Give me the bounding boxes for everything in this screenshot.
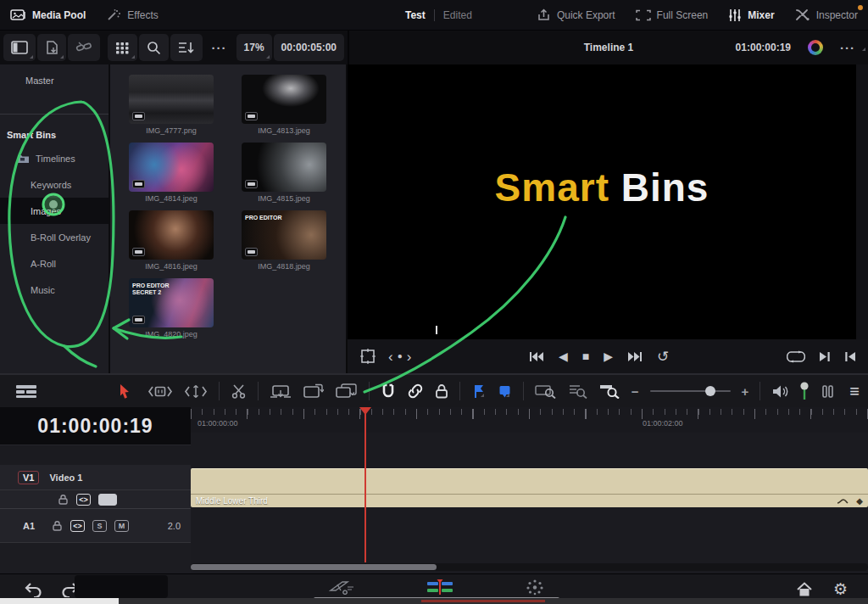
skip-start-button[interactable]: [529, 351, 544, 362]
track-lock-icon[interactable]: [52, 520, 63, 531]
trim-edit-tool-icon[interactable]: [147, 384, 173, 399]
clip-thumbnail[interactable]: [242, 143, 326, 192]
insert-clip-icon[interactable]: [270, 383, 292, 400]
sidebar-item-timelines[interactable]: Timelines: [0, 145, 108, 171]
timeline-view-options-icon[interactable]: [15, 384, 37, 399]
import-media-button[interactable]: [37, 34, 66, 61]
position-lock-icon[interactable]: [435, 383, 448, 399]
sidebar-item-master[interactable]: Master: [0, 70, 108, 92]
media-clip[interactable]: IMG_4816.jpeg: [129, 210, 214, 271]
zoom-slider-knob[interactable]: [705, 386, 715, 396]
timeline-options-menu-icon[interactable]: ≡: [849, 383, 860, 400]
link-clips-icon[interactable]: [407, 383, 424, 399]
timeline-clip[interactable]: Middle Lower Third ◆: [191, 468, 868, 507]
audio-level-pin-icon[interactable]: [799, 382, 810, 400]
auto-select-toggle[interactable]: <>: [76, 494, 91, 506]
sidebar-item-music[interactable]: Music: [0, 277, 108, 303]
tab-cut-page[interactable]: [329, 579, 354, 595]
full-screen-button[interactable]: Full Screen: [626, 9, 719, 21]
clip-thumbnail[interactable]: Pro Editor: [242, 210, 326, 260]
loop-range-icon[interactable]: [787, 350, 805, 363]
media-clip[interactable]: Pro Editor Secret 2 IMG_4820.jpeg: [129, 278, 214, 338]
timeline-scrollbar-track[interactable]: [191, 563, 868, 571]
sidebar-item-aroll[interactable]: A-Roll: [0, 250, 108, 277]
timeline-playhead[interactable]: [364, 409, 366, 562]
jog-control[interactable]: ‹ ● ›: [388, 350, 411, 364]
thumbnail-view-button[interactable]: [108, 34, 137, 61]
clip-thumbnail[interactable]: Pro Editor Secret 2: [129, 278, 214, 327]
tab-color-page[interactable]: [526, 579, 544, 596]
dual-mono-icon[interactable]: [821, 384, 835, 399]
media-clip[interactable]: IMG_4777.png: [129, 75, 214, 135]
media-clip[interactable]: IMG_4814.jpeg: [129, 143, 214, 203]
panel-layout-button[interactable]: [3, 34, 36, 61]
effects-button[interactable]: Effects: [96, 0, 168, 30]
audio-monitor-icon[interactable]: [771, 384, 788, 399]
sidebar-item-keywords[interactable]: Keywords: [0, 171, 108, 198]
solo-toggle[interactable]: S: [92, 520, 107, 532]
keyframe-indicator-icon[interactable]: ◆: [856, 496, 863, 506]
media-clip[interactable]: Pro Editor IMG_4818.jpeg: [242, 210, 326, 271]
settings-gear-button[interactable]: ⚙: [833, 581, 848, 597]
replace-clip-icon[interactable]: [335, 383, 358, 400]
home-button[interactable]: [796, 582, 813, 597]
color-grade-button[interactable]: [800, 34, 831, 61]
track-lock-icon[interactable]: [58, 494, 69, 505]
media-pool-button[interactable]: Media Pool: [0, 0, 96, 30]
transform-icon[interactable]: [359, 349, 376, 364]
media-clip[interactable]: IMG_4813.jpeg: [242, 75, 326, 135]
undo-button[interactable]: [24, 582, 42, 597]
video-track-header[interactable]: V1 Video 1: [0, 465, 191, 490]
auto-select-toggle[interactable]: <>: [70, 520, 85, 532]
quick-export-button[interactable]: Quick Export: [526, 8, 626, 22]
tab-edit-page[interactable]: [426, 579, 454, 595]
viewer-scrub-tick[interactable]: [436, 326, 437, 334]
mixer-button[interactable]: Mixer: [718, 8, 784, 22]
play-button[interactable]: ▶: [604, 350, 613, 362]
zoom-level-button[interactable]: 17%: [236, 34, 272, 61]
clip-thumbnail[interactable]: [129, 210, 214, 260]
timeline-zoom-slider[interactable]: [650, 390, 731, 392]
timeline-viewer[interactable]: Smart Bins: [348, 64, 868, 339]
sidebar-item-broll-overlay[interactable]: B-Roll Overlay: [0, 224, 108, 250]
inspector-icon: [795, 8, 810, 21]
sort-button[interactable]: [170, 34, 203, 61]
zoom-out-button[interactable]: −: [632, 384, 639, 399]
zoom-detail-icon[interactable]: [568, 383, 588, 399]
video-track-badge[interactable]: V1: [18, 471, 39, 484]
dynamic-trim-tool-icon[interactable]: [184, 384, 208, 399]
goto-out-button[interactable]: [819, 351, 831, 362]
audio-track-badge[interactable]: A1: [23, 521, 40, 531]
sidebar-item-images[interactable]: Images: [0, 198, 108, 224]
relink-media-button[interactable]: [68, 34, 100, 61]
timeline-ruler[interactable]: 01:00:00:00 01:00:02:00: [191, 407, 868, 433]
goto-in-button[interactable]: [844, 351, 856, 362]
project-name[interactable]: Test: [405, 9, 426, 21]
razor-tool-icon[interactable]: [231, 383, 247, 400]
loop-playback-button[interactable]: ↺: [657, 350, 669, 364]
track-enable-toggle[interactable]: [98, 494, 117, 506]
inspector-button[interactable]: Inspector: [785, 8, 868, 21]
audio-track-header[interactable]: A1 <> S M 2.0: [0, 509, 191, 543]
viewer-options-button[interactable]: ···: [832, 34, 863, 61]
media-pool-options-button[interactable]: ···: [204, 34, 235, 61]
zoom-custom-icon[interactable]: [599, 383, 620, 399]
zoom-full-extent-icon[interactable]: [535, 383, 557, 399]
snapping-magnet-icon[interactable]: [381, 383, 396, 400]
stop-button[interactable]: ■: [582, 350, 589, 362]
flag-clip-icon[interactable]: [471, 383, 487, 400]
overwrite-clip-icon[interactable]: [303, 383, 324, 400]
clip-thumbnail[interactable]: [242, 75, 326, 124]
color-wheel-icon: [808, 40, 823, 55]
clip-thumbnail[interactable]: [129, 143, 214, 192]
media-clip[interactable]: IMG_4815.jpeg: [242, 143, 326, 203]
timeline-scrollbar-thumb[interactable]: [191, 564, 437, 570]
play-reverse-button[interactable]: ◀: [559, 350, 568, 362]
clip-thumbnail[interactable]: [129, 75, 214, 124]
search-button[interactable]: [139, 34, 169, 61]
zoom-in-button[interactable]: +: [742, 384, 749, 399]
mute-toggle[interactable]: M: [114, 520, 129, 532]
marker-icon[interactable]: [498, 383, 512, 400]
skip-end-button[interactable]: [627, 351, 643, 362]
selection-tool-icon[interactable]: [118, 383, 131, 400]
